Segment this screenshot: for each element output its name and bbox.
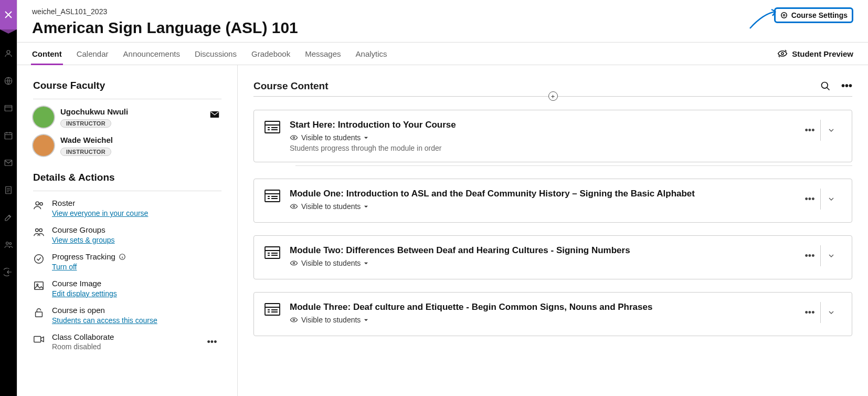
tab-label: Announcements bbox=[123, 49, 180, 58]
tab-discussions[interactable]: Discussions bbox=[195, 43, 237, 65]
roster-link[interactable]: View everyone in your course bbox=[52, 209, 148, 217]
svg-point-15 bbox=[39, 229, 43, 232]
svg-point-13 bbox=[40, 203, 43, 205]
module-expand-button[interactable] bbox=[820, 120, 841, 141]
visibility-toggle[interactable]: Visible to students bbox=[290, 316, 790, 324]
collab-more-button[interactable]: ••• bbox=[203, 332, 221, 351]
rail-messages-icon[interactable] bbox=[0, 149, 17, 176]
module-title[interactable]: Module Three: Deaf culture and Etiquette… bbox=[290, 302, 790, 312]
progress-icon bbox=[33, 253, 45, 265]
course-sidebar: Course Faculty Ugochukwu Nwuli INSTRUCTO… bbox=[17, 65, 238, 396]
rail-groups-icon[interactable] bbox=[0, 231, 17, 258]
avatar bbox=[33, 107, 54, 128]
svg-point-30 bbox=[293, 319, 294, 320]
student-preview-button[interactable]: Student Preview bbox=[777, 48, 853, 59]
info-icon[interactable] bbox=[119, 253, 126, 260]
module-desc: Students progress through the module in … bbox=[290, 144, 790, 152]
caret-down-icon bbox=[364, 136, 368, 140]
mail-icon[interactable] bbox=[210, 111, 219, 118]
rail-courses-icon[interactable] bbox=[0, 95, 17, 122]
module-icon bbox=[264, 121, 280, 133]
close-button[interactable] bbox=[0, 0, 17, 29]
action-label: Course is open bbox=[52, 306, 157, 315]
action-label: Course Image bbox=[52, 279, 117, 288]
module-title[interactable]: Module One: Introduction to ASL and the … bbox=[290, 189, 790, 199]
tab-label: Discussions bbox=[195, 49, 237, 58]
svg-point-22 bbox=[821, 82, 828, 88]
preview-icon bbox=[777, 48, 788, 59]
svg-rect-23 bbox=[265, 121, 280, 133]
tab-gradebook[interactable]: Gradebook bbox=[251, 43, 290, 65]
tab-analytics[interactable]: Analytics bbox=[356, 43, 387, 65]
module-more-button[interactable]: ••• bbox=[799, 245, 820, 266]
eye-icon bbox=[290, 316, 298, 324]
details-section: Details & Actions Roster View everyone i… bbox=[33, 172, 221, 351]
module-card: Module Three: Deaf culture and Etiquette… bbox=[253, 292, 852, 336]
svg-point-16 bbox=[35, 255, 44, 264]
role-badge: INSTRUCTOR bbox=[60, 148, 111, 156]
tab-label: Analytics bbox=[356, 49, 387, 58]
role-badge: INSTRUCTOR bbox=[60, 119, 111, 128]
visibility-toggle[interactable]: Visible to students bbox=[290, 259, 790, 267]
svg-rect-3 bbox=[5, 133, 12, 139]
nav-rail bbox=[0, 0, 17, 396]
add-content-button[interactable]: + bbox=[548, 91, 558, 101]
rail-profile-icon[interactable] bbox=[0, 40, 17, 67]
module-more-button[interactable]: ••• bbox=[799, 120, 820, 141]
groups-link[interactable]: View sets & groups bbox=[52, 236, 115, 244]
image-link[interactable]: Edit display settings bbox=[52, 289, 117, 298]
module-card: Start Here: Introduction to Your Course … bbox=[253, 110, 852, 162]
tab-content[interactable]: Content bbox=[32, 43, 62, 65]
module-card: Module One: Introduction to ASL and the … bbox=[253, 179, 852, 223]
chevron-down-icon bbox=[827, 308, 835, 317]
visibility-toggle[interactable]: Visible to students bbox=[290, 202, 790, 211]
module-title[interactable]: Start Here: Introduction to Your Course bbox=[290, 120, 790, 130]
roster-icon bbox=[33, 200, 45, 211]
faculty-section-title: Course Faculty bbox=[33, 80, 221, 99]
caret-down-icon bbox=[364, 318, 368, 322]
caret-down-icon bbox=[364, 261, 368, 266]
module-expand-button[interactable] bbox=[820, 189, 841, 210]
course-title-block: weichel_ASL101_2023 American Sign Langua… bbox=[32, 7, 298, 37]
module-more-button[interactable]: ••• bbox=[799, 189, 820, 210]
eye-icon bbox=[290, 133, 298, 142]
module-expand-button[interactable] bbox=[820, 302, 841, 323]
svg-rect-18 bbox=[35, 282, 44, 290]
gear-icon bbox=[780, 11, 788, 19]
faculty-name: Wade Weichel bbox=[60, 136, 113, 144]
tab-calendar[interactable]: Calendar bbox=[77, 43, 109, 65]
rail-grades-icon[interactable] bbox=[0, 176, 17, 204]
course-code: weichel_ASL101_2023 bbox=[32, 7, 298, 16]
tab-label: Messages bbox=[305, 49, 341, 58]
action-groups: Course Groups View sets & groups bbox=[33, 225, 221, 245]
svg-point-7 bbox=[9, 243, 12, 245]
eye-icon bbox=[290, 259, 298, 267]
svg-point-24 bbox=[293, 137, 294, 138]
rail-compose-icon[interactable] bbox=[0, 204, 17, 231]
video-icon bbox=[33, 334, 45, 345]
unlock-icon bbox=[33, 307, 45, 318]
rail-globe-icon[interactable] bbox=[0, 67, 17, 95]
svg-rect-29 bbox=[265, 304, 280, 315]
tab-announcements[interactable]: Announcements bbox=[123, 43, 180, 65]
content-more-icon[interactable]: ••• bbox=[841, 80, 852, 92]
course-title: American Sign Language (ASL) 101 bbox=[32, 19, 298, 37]
course-settings-button[interactable]: Course Settings bbox=[774, 7, 853, 23]
module-expand-button[interactable] bbox=[820, 245, 841, 266]
rail-signout-icon[interactable] bbox=[0, 258, 17, 286]
search-icon[interactable] bbox=[820, 81, 831, 91]
module-title[interactable]: Module Two: Differences Between Deaf and… bbox=[290, 245, 790, 256]
module-more-button[interactable]: ••• bbox=[799, 302, 820, 323]
avatar bbox=[33, 135, 54, 156]
rail-calendar-icon[interactable] bbox=[0, 122, 17, 149]
collab-sub: Room disabled bbox=[52, 342, 114, 351]
tab-messages[interactable]: Messages bbox=[305, 43, 341, 65]
open-link[interactable]: Students can access this course bbox=[52, 316, 157, 325]
progress-link[interactable]: Turn off bbox=[52, 263, 77, 271]
visibility-toggle[interactable]: Visible to students bbox=[290, 133, 790, 142]
svg-point-14 bbox=[36, 229, 39, 232]
faculty-row: Wade Weichel INSTRUCTOR bbox=[33, 135, 221, 156]
svg-point-12 bbox=[36, 202, 39, 205]
student-preview-label: Student Preview bbox=[792, 49, 853, 58]
faculty-name: Ugochukwu Nwuli bbox=[60, 107, 128, 116]
